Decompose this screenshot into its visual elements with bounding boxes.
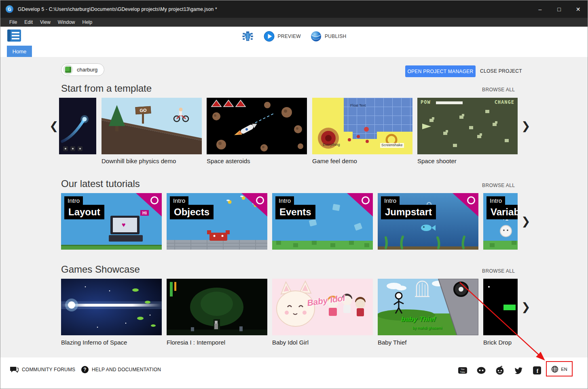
tutorial-title: Jumpstart bbox=[381, 205, 436, 219]
shooter-thumbnail-art bbox=[417, 98, 518, 154]
pow-label: POW bbox=[421, 100, 431, 105]
card-caption: Floresia I : Intemporel bbox=[167, 339, 225, 346]
tutorial-title: Objects bbox=[170, 205, 214, 219]
chat-bubbles-icon bbox=[10, 366, 19, 373]
showcase-card-brickdrop[interactable] bbox=[483, 279, 518, 335]
tutorials-next-button[interactable]: ❯ bbox=[521, 216, 531, 227]
template-card-shooter[interactable]: POW CHANGE bbox=[417, 98, 518, 154]
username-label: charburg bbox=[77, 67, 97, 73]
floresia-thumbnail-art bbox=[167, 279, 267, 335]
tutorial-tag: Intro bbox=[486, 196, 505, 205]
home-page: charburg OPEN PROJECT MANAGER CLOSE PROJ… bbox=[0, 57, 588, 357]
open-project-manager-button[interactable]: OPEN PROJECT MANAGER bbox=[405, 65, 476, 77]
templates-prev-button[interactable]: ❮ bbox=[49, 121, 59, 132]
menu-view[interactable]: View bbox=[36, 19, 54, 25]
tutorial-card-objects[interactable]: Intro Objects bbox=[167, 193, 267, 250]
card-caption: Space shooter bbox=[417, 158, 457, 164]
tutorial-title: Events bbox=[275, 205, 315, 219]
gdevelop-corner-logo-icon bbox=[150, 196, 159, 204]
babyidol-thumbnail-art bbox=[272, 279, 373, 335]
help-documentation-label: HELP AND DOCUMENTATION bbox=[92, 367, 161, 372]
brickdrop-thumbnail-art bbox=[483, 279, 518, 335]
tutorial-tag: Intro bbox=[381, 196, 400, 205]
reddit-icon[interactable] bbox=[495, 366, 505, 375]
showcase-card-floresia[interactable] bbox=[167, 279, 267, 335]
debugger-button[interactable] bbox=[242, 31, 254, 42]
tutorial-tag: Intro bbox=[170, 196, 188, 205]
svg-text:You: You bbox=[461, 368, 464, 370]
showcase-card-babyidol[interactable]: Baby Idol bbox=[272, 279, 373, 335]
showcase-section-title: Games Showcase bbox=[61, 264, 140, 275]
floattext-label: Float Text bbox=[350, 104, 366, 108]
publish-label: PUBLISH bbox=[325, 34, 346, 39]
tutorial-card-events[interactable]: Intro Events bbox=[272, 193, 373, 250]
youtube-icon[interactable]: YouTube bbox=[458, 366, 467, 375]
showcase-card-blazing[interactable] bbox=[61, 279, 162, 335]
tutorials-browse-all[interactable]: BROWSE ALL bbox=[482, 183, 515, 188]
tabbar: Home bbox=[0, 46, 588, 57]
menu-edit[interactable]: Edit bbox=[21, 19, 36, 25]
template-card-bike[interactable]: GO bbox=[102, 98, 202, 154]
template-card-gamefeel[interactable]: Float Text Everything Screenshake bbox=[312, 98, 412, 154]
showcase-carousel: Baby Idol bbox=[61, 279, 518, 335]
preview-button[interactable]: PREVIEW bbox=[264, 31, 301, 42]
tutorial-tag: Intro bbox=[64, 196, 83, 205]
tutorial-tag: Intro bbox=[275, 196, 294, 205]
templates-section-title: Start from a template bbox=[61, 83, 152, 94]
card-caption: Brick Drop bbox=[483, 339, 512, 346]
blazing-thumbnail-art bbox=[61, 279, 162, 335]
user-chip[interactable]: charburg bbox=[61, 63, 104, 76]
project-manager-icon bbox=[7, 29, 23, 43]
community-forums-link[interactable]: COMMUNITY FORUMS bbox=[10, 365, 75, 374]
minimize-button[interactable]: – bbox=[531, 0, 550, 18]
svg-text:Tube: Tube bbox=[460, 371, 465, 373]
showcase-card-babythief[interactable]: baby Thief by mahdi ghasemi bbox=[378, 279, 478, 335]
twitter-icon[interactable] bbox=[514, 366, 523, 375]
gdevelop-logo-icon: G bbox=[6, 5, 13, 13]
debug-bug-icon bbox=[242, 31, 254, 42]
gdevelop-corner-logo-icon bbox=[256, 196, 264, 204]
publish-button[interactable]: PUBLISH bbox=[311, 31, 346, 42]
close-project-button[interactable]: CLOSE PROJECT bbox=[480, 67, 522, 75]
tutorial-card-layout[interactable]: ♥ Hi Intro Layout bbox=[61, 193, 162, 250]
menu-file[interactable]: File bbox=[6, 19, 21, 25]
everything-label: Everything bbox=[323, 143, 340, 147]
menu-help[interactable]: Help bbox=[79, 19, 96, 25]
close-button[interactable]: ✕ bbox=[569, 0, 588, 18]
discord-icon[interactable] bbox=[476, 366, 486, 375]
tutorial-card-variables[interactable]: +1 Intro Variables bbox=[483, 193, 518, 250]
card-caption: Space asteroids bbox=[207, 158, 250, 164]
menu-window[interactable]: Window bbox=[54, 19, 79, 25]
heart-icon: ♥ bbox=[122, 221, 126, 229]
card-caption: Baby Idol Girl bbox=[272, 339, 309, 346]
hi-tag: Hi bbox=[140, 210, 149, 216]
showcase-browse-all[interactable]: BROWSE ALL bbox=[482, 268, 515, 274]
help-icon bbox=[81, 366, 89, 373]
tutorial-card-jumpstart[interactable]: Intro Jumpstart bbox=[378, 193, 478, 250]
templates-next-button[interactable]: ❯ bbox=[521, 121, 531, 132]
template-card-trailer[interactable] bbox=[59, 98, 96, 154]
babythief-overlay-text: baby Thief bbox=[401, 316, 436, 324]
change-label: CHANGE bbox=[495, 100, 514, 105]
templates-browse-all[interactable]: BROWSE ALL bbox=[482, 87, 515, 93]
templates-carousel: GO bbox=[0, 98, 588, 154]
preview-label: PREVIEW bbox=[278, 34, 301, 39]
maximize-button[interactable]: □ bbox=[550, 0, 569, 18]
facebook-icon[interactable]: f bbox=[532, 366, 542, 375]
template-card-asteroids[interactable] bbox=[207, 98, 307, 154]
tutorial-title: Layout bbox=[64, 205, 104, 219]
footer: COMMUNITY FORUMS HELP AND DOCUMENTATION … bbox=[0, 357, 588, 389]
showcase-next-button[interactable]: ❯ bbox=[521, 302, 531, 313]
screenshake-label: Screenshake bbox=[380, 143, 404, 148]
tab-home[interactable]: Home bbox=[7, 46, 32, 57]
language-label: EN bbox=[561, 367, 567, 372]
language-button[interactable]: EN bbox=[547, 363, 571, 376]
trailer-thumbnail-art bbox=[59, 98, 96, 154]
gdevelop-corner-logo-icon bbox=[362, 196, 370, 204]
project-manager-button[interactable] bbox=[7, 29, 23, 43]
help-documentation-link[interactable]: HELP AND DOCUMENTATION bbox=[81, 365, 161, 374]
go-sign: GO bbox=[135, 106, 151, 115]
card-caption: Baby Thief bbox=[378, 339, 406, 346]
play-icon bbox=[264, 31, 275, 42]
window-title: GDevelop 5 - C:\Users\charburg\Documents… bbox=[18, 6, 217, 12]
